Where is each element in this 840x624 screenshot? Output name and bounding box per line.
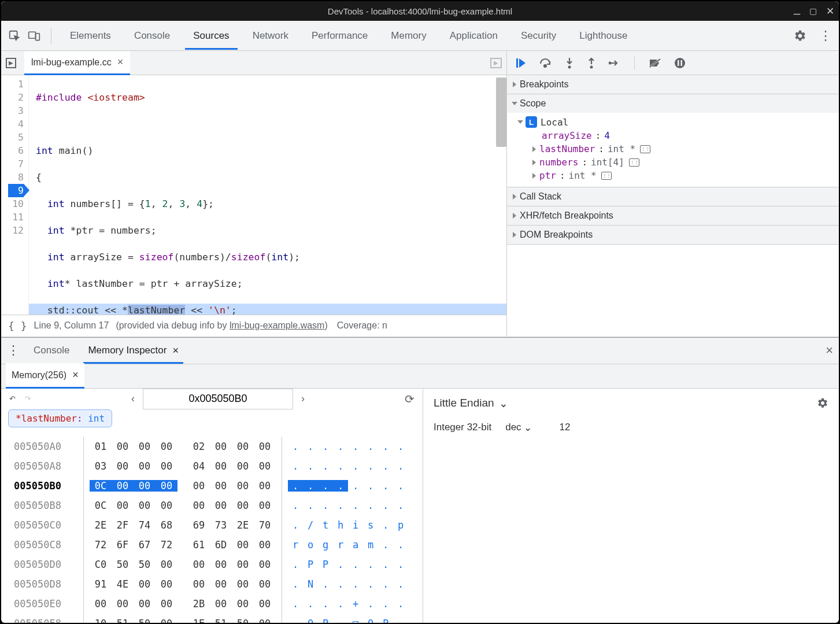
svg-point-5 xyxy=(568,65,571,68)
tab-lighthouse[interactable]: Lighthouse xyxy=(571,22,635,50)
scope-var[interactable]: lastNumber: int * xyxy=(507,142,839,156)
device-icon[interactable] xyxy=(28,29,40,42)
window-title: DevTools - localhost:4000/lmi-bug-exampl… xyxy=(328,6,512,16)
prev-page-icon[interactable]: ‹ xyxy=(131,393,135,405)
svg-point-6 xyxy=(590,65,593,68)
coverage-label: Coverage: n xyxy=(337,320,387,331)
tab-network[interactable]: Network xyxy=(245,22,297,50)
run-snippet-icon[interactable]: ▶ xyxy=(490,58,502,68)
hex-row[interactable]: 005050A00100000002000000........ xyxy=(14,437,416,456)
hex-row[interactable]: 005050E8105150001E515000.QP.□QP. xyxy=(14,614,416,623)
breakpoints-header[interactable]: Breakpoints xyxy=(507,75,839,94)
more-icon[interactable]: ⋮ xyxy=(819,28,832,43)
tab-memory[interactable]: Memory xyxy=(383,22,434,50)
editor-status-bar: { } Line 9, Column 17 (provided via debu… xyxy=(1,315,506,337)
callstack-header[interactable]: Call Stack xyxy=(507,187,839,206)
tab-security[interactable]: Security xyxy=(513,22,564,50)
xhr-breakpoints-header[interactable]: XHR/fetch Breakpoints xyxy=(507,206,839,225)
hex-row[interactable]: 005050B00C00000000000000........ xyxy=(14,476,416,496)
svg-rect-3 xyxy=(516,58,518,68)
close-icon[interactable]: × xyxy=(117,56,124,68)
cursor-position: Line 9, Column 17 xyxy=(34,320,109,331)
deactivate-breakpoints-icon[interactable] xyxy=(649,58,661,68)
memory-tab[interactable]: Memory(256) × xyxy=(6,363,84,389)
tab-application[interactable]: Application xyxy=(442,22,506,50)
scrollbar-thumb[interactable] xyxy=(496,77,506,147)
step-over-icon[interactable] xyxy=(539,58,552,68)
hex-row[interactable]: 005050E0000000002B000000....+... xyxy=(14,594,416,614)
step-out-icon[interactable] xyxy=(587,57,596,69)
drawer-tab-console[interactable]: Console xyxy=(29,338,74,363)
main-tabbar: Elements Console Sources Network Perform… xyxy=(1,21,839,51)
scope-var[interactable]: arraySize: 4 xyxy=(507,129,839,142)
source-filename: lmi-bug-example.cc xyxy=(31,57,112,68)
debug-source-link[interactable]: lmi-bug-example.wasm xyxy=(230,320,325,330)
svg-point-7 xyxy=(609,61,612,64)
drawer-tabs: ⋮ Console Memory Inspector × × xyxy=(1,338,839,364)
navigator-icon[interactable]: ▶ xyxy=(6,58,16,68)
hex-row[interactable]: 005050D8914E000000000000.N...... xyxy=(14,574,416,594)
hex-viewer[interactable]: 005050A00100000002000000........005050A8… xyxy=(1,434,423,623)
scope-var[interactable]: ptr: int * xyxy=(507,169,839,182)
next-page-icon[interactable]: › xyxy=(301,393,305,405)
settings-icon[interactable] xyxy=(794,29,806,42)
step-icon[interactable] xyxy=(609,58,620,68)
minimize-icon[interactable]: _ xyxy=(794,2,800,15)
step-into-icon[interactable] xyxy=(565,57,574,69)
titlebar: DevTools - localhost:4000/lmi-bug-exampl… xyxy=(1,1,839,21)
scope-local[interactable]: LLocal xyxy=(507,115,839,129)
memory-nav: ↶ ↷ ‹ › ⟳ xyxy=(1,389,423,409)
hex-row[interactable]: 005050C8726F6772616D0000rogram.. xyxy=(14,535,416,555)
svg-rect-1 xyxy=(29,32,36,38)
hex-row[interactable]: 005050A80300000004000000........ xyxy=(14,456,416,476)
tab-elements[interactable]: Elements xyxy=(62,22,119,50)
drawer-more-icon[interactable]: ⋮ xyxy=(7,343,20,358)
svg-rect-11 xyxy=(678,60,679,66)
reveal-memory-icon[interactable] xyxy=(629,158,639,167)
code-editor[interactable]: 123456789101112 #include <iostream> int … xyxy=(1,75,506,315)
tab-console[interactable]: Console xyxy=(126,22,178,50)
reveal-memory-icon[interactable] xyxy=(640,145,650,153)
close-icon[interactable]: × xyxy=(172,345,179,357)
hex-row[interactable]: 005050B80C00000000000000........ xyxy=(14,496,416,515)
interp-mode-select[interactable]: dec⌄ xyxy=(505,422,531,434)
dom-breakpoints-header[interactable]: DOM Breakpoints xyxy=(507,226,839,244)
interp-value: 12 xyxy=(560,422,571,433)
refresh-icon[interactable]: ⟳ xyxy=(405,392,415,406)
code-content: #include <iostream> int main() { int num… xyxy=(29,75,506,315)
source-tabs: ▶ lmi-bug-example.cc × ▶ xyxy=(1,51,506,75)
svg-point-4 xyxy=(544,65,546,67)
local-badge-icon: L xyxy=(526,116,537,128)
scope-header[interactable]: Scope xyxy=(507,94,839,113)
endian-select[interactable]: Little Endian ⌄ xyxy=(434,397,508,410)
settings-icon[interactable] xyxy=(817,397,828,409)
undo-icon[interactable]: ↶ xyxy=(9,394,16,403)
address-input[interactable] xyxy=(143,389,293,409)
interp-type: Integer 32-bit xyxy=(434,422,491,433)
pause-exceptions-icon[interactable] xyxy=(674,57,686,69)
inspect-icon[interactable] xyxy=(8,29,21,42)
close-icon[interactable]: × xyxy=(72,369,79,381)
redo-icon[interactable]: ↷ xyxy=(25,394,31,403)
debug-toolbar xyxy=(507,51,839,75)
scope-var[interactable]: numbers: int[4] xyxy=(507,156,839,169)
highlight-chip[interactable]: *lastNumber: int xyxy=(8,409,112,427)
hex-row[interactable]: 005050D0C050500000000000.PP..... xyxy=(14,555,416,574)
tab-performance[interactable]: Performance xyxy=(304,22,376,50)
chevron-down-icon: ⌄ xyxy=(524,422,532,434)
svg-rect-12 xyxy=(681,60,683,66)
svg-point-10 xyxy=(675,58,685,68)
resume-icon[interactable] xyxy=(515,57,527,69)
reveal-memory-icon[interactable] xyxy=(601,172,612,180)
tab-sources[interactable]: Sources xyxy=(185,22,237,50)
svg-rect-2 xyxy=(36,33,40,40)
drawer-close-icon[interactable]: × xyxy=(826,343,833,358)
close-icon[interactable]: ✕ xyxy=(826,5,834,17)
source-tab-active[interactable]: lmi-bug-example.cc × xyxy=(24,51,130,75)
pretty-print-icon[interactable]: { } xyxy=(8,320,27,332)
hex-row[interactable]: 005050C02E2F746869732E70./this.p xyxy=(14,515,416,535)
drawer-tab-memory-inspector[interactable]: Memory Inspector × xyxy=(83,338,183,364)
chevron-down-icon: ⌄ xyxy=(499,397,508,410)
maximize-icon[interactable]: ▢ xyxy=(809,6,817,16)
